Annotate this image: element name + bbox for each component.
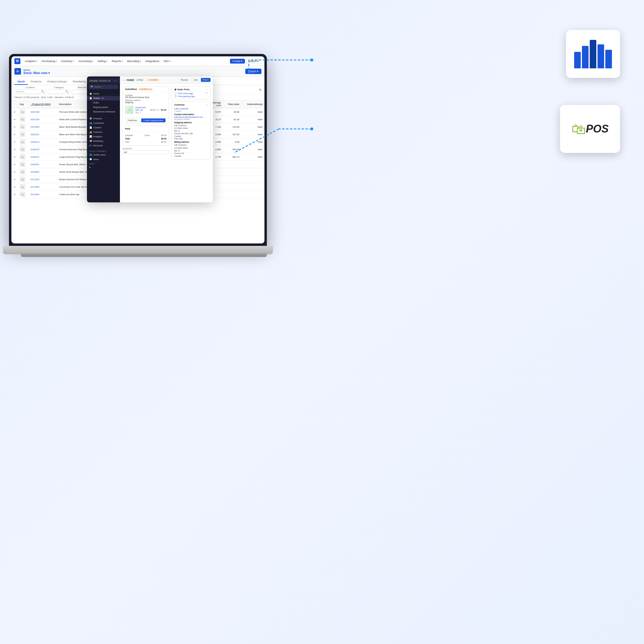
row-total-value-7 <box>223 161 241 168</box>
row-sublocation-4: Main <box>241 138 264 146</box>
print-dots[interactable]: ··· <box>206 88 208 91</box>
print-actions: 📄 Print order page ✎ 📋 Print packing sli… <box>174 92 208 97</box>
product-name[interactable]: Sunscreen SPF 30 <box>135 106 148 112</box>
row-img-11: img <box>18 191 29 198</box>
row-sku-5[interactable]: 0109125 <box>29 146 57 153</box>
row-expand-0[interactable]: + <box>11 108 18 116</box>
row-total-value-8 <box>223 168 241 176</box>
create-shipping-label-button[interactable]: Create shipping label <box>141 118 166 122</box>
contact-email[interactable]: cliffcustomer@notarealemail.com <box>174 116 208 118</box>
fulfillment-dots[interactable]: ··· <box>164 88 166 91</box>
shopify-nav-marketing[interactable]: 📢 Marketing <box>87 139 120 143</box>
th-expand <box>11 100 18 108</box>
nav-analytics[interactable]: Analytics ▾ <box>23 59 39 63</box>
row-expand-11[interactable]: + <box>11 191 18 198</box>
row-total-value-4: 8.99 <box>223 138 241 146</box>
nav-integrations[interactable]: Integrations <box>144 59 161 63</box>
back-arrow-icon[interactable]: ← <box>122 78 125 82</box>
shopify-nav-customers[interactable]: 👥 Customers <box>87 121 120 125</box>
row-sku-4[interactable]: 0109113 <box>29 138 57 146</box>
shopify-nav-finances[interactable]: 💰 Finances <box>87 130 120 134</box>
customer-dots[interactable]: ··· <box>206 103 208 106</box>
shopify-nav-discounts[interactable]: 🏷 Discounts <box>87 143 120 148</box>
th-total-value[interactable]: Total value <box>223 100 241 108</box>
laptop-stand <box>21 253 267 257</box>
export-button[interactable]: Export ▾ <box>245 69 261 74</box>
laptop-base <box>3 246 273 254</box>
shopify-nav-inbox[interactable]: 💬 Inbox <box>87 157 120 162</box>
row-sku-6[interactable]: 0109137 <box>29 153 57 161</box>
tab-product-lookups[interactable]: Product lookups <box>44 79 70 85</box>
shopify-search-icon: 🔍 <box>91 85 94 88</box>
restock-button[interactable]: Restock <box>179 78 190 82</box>
product-info: Sunscreen SPF 30 SKU: 1 <box>135 106 148 114</box>
nav-purchasing[interactable]: Purchasing ▾ <box>40 59 58 63</box>
shopify-nav-shipping-labels[interactable]: Shipping labels <box>87 105 120 109</box>
order-paid-status: ● Paid <box>135 79 144 81</box>
row-expand-6[interactable]: + <box>11 153 18 161</box>
shopify-nav-abandoned[interactable]: Abandoned checkouts <box>87 109 120 114</box>
nav-accounting[interactable]: Accounting ▾ <box>77 59 95 63</box>
shopify-order-content: Unfulfilled Unfulfilled (1) ··· Location… <box>120 84 213 202</box>
row-expand-10[interactable]: + <box>11 183 18 191</box>
order-number: #1022 <box>127 79 134 82</box>
nav-inventory[interactable]: Inventory ▾ <box>60 59 76 63</box>
shopify-nav-online-store[interactable]: 🌐 Online Store <box>87 153 120 157</box>
tab-products[interactable]: Products <box>28 79 45 85</box>
row-expand-1[interactable]: + <box>11 116 18 123</box>
category-filter[interactable]: 🔍 <box>48 89 70 94</box>
purchasing-chevron: ▾ <box>56 60 57 62</box>
shopify-nav-apps-expand[interactable]: ▸ <box>87 165 120 170</box>
print-packing-slips[interactable]: 📋 Print packing slips <box>174 95 208 97</box>
row-expand-7[interactable]: + <box>11 161 18 168</box>
paid-card-body: Subtotal 1 item $0.00 Total $0.00 Paid $… <box>123 132 169 145</box>
customer-name[interactable]: Cliff Customer <box>174 107 208 110</box>
print-order-edit-icon[interactable]: ✎ <box>206 92 208 94</box>
row-expand-3[interactable]: + <box>11 131 18 138</box>
row-sku-1[interactable]: 0107238 <box>29 116 57 123</box>
row-img-9: img <box>18 176 29 183</box>
th-sku[interactable]: ↓ Product ID (SKU) <box>29 100 57 108</box>
shopify-nav-home[interactable]: 🏠 Home <box>87 91 120 96</box>
row-sku-0[interactable]: 0107226 <box>29 108 57 116</box>
nav-reports[interactable]: Reports ▾ <box>110 59 125 63</box>
row-sku-11[interactable]: 0111904 <box>29 191 57 198</box>
shopify-nav-products[interactable]: 📦 Products <box>87 116 120 121</box>
product-image-2: img <box>20 124 25 130</box>
row-expand-8[interactable]: + <box>11 168 18 176</box>
nav-selling[interactable]: Selling ▾ <box>96 59 109 63</box>
fulfill-item-button[interactable]: Fulfill item <box>125 118 140 122</box>
edit-button[interactable]: Edit <box>192 78 200 82</box>
nav-barcoding[interactable]: Barcoding ▾ <box>126 59 143 63</box>
print-order-page[interactable]: 📄 Print order page ✎ <box>174 92 208 94</box>
row-expand-2[interactable]: + <box>11 123 18 131</box>
row-sku-7[interactable]: 0109161 <box>29 161 57 168</box>
row-total-value-5: 599.00 <box>223 146 241 153</box>
row-expand-9[interactable]: + <box>11 176 18 183</box>
row-sku-9[interactable]: 0111202 <box>29 176 57 183</box>
row-sku-2[interactable]: 0107990 <box>29 123 57 131</box>
metafields-input[interactable] <box>122 150 169 154</box>
shopify-search-bar[interactable]: 🔍 Search <box>89 85 118 89</box>
tab-stock[interactable]: Stock <box>14 79 28 85</box>
order-unfulfilled-status: ○ Unfulfilled <box>145 79 160 81</box>
view-map-link[interactable]: View map <box>174 138 208 140</box>
import-button[interactable]: Import ▾ <box>246 58 261 64</box>
nav-fba[interactable]: FBA ▾ <box>162 59 172 63</box>
sort-icon[interactable]: ⇅ <box>259 88 261 91</box>
row-sku-8[interactable]: 0109300 <box>29 168 57 176</box>
pos-text: POS <box>586 123 609 135</box>
shopify-nav-content[interactable]: 📄 Content <box>87 125 120 130</box>
fulfillment-card: Unfulfilled Unfulfilled (1) ··· Location… <box>122 86 169 124</box>
shopify-nav-analytics[interactable]: 📊 Analytics <box>87 134 120 139</box>
row-expand-4[interactable]: + <box>11 138 18 146</box>
create-button[interactable]: Create ▾ <box>230 59 245 64</box>
shopify-popup: shopify Summer '24 ✕ ○ 🔍 Search 🏠 Home 📋… <box>87 76 213 202</box>
location-filter[interactable]: Search... 🔍 <box>14 89 46 94</box>
row-sku-10[interactable]: 0111505 <box>29 183 57 191</box>
print-button[interactable]: Print ▾ <box>201 78 210 82</box>
row-sku-3[interactable]: 0109101 <box>29 131 57 138</box>
shopify-nav-orders[interactable]: 📋 Orders 5 <box>87 96 120 100</box>
shopify-nav-drafts[interactable]: Drafts <box>87 100 120 105</box>
row-expand-5[interactable]: + <box>11 146 18 153</box>
